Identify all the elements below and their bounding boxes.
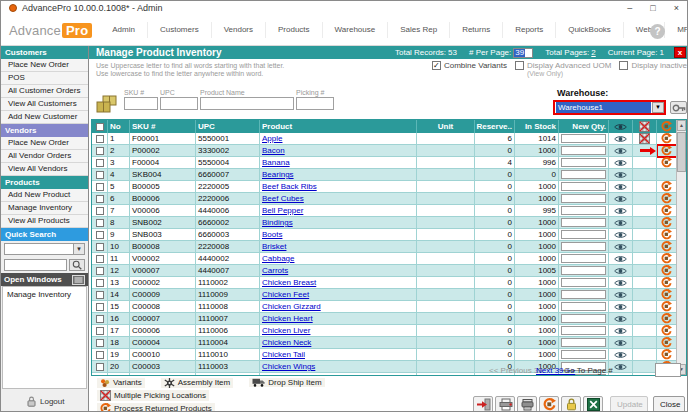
process-returns-icon[interactable] [661,157,672,168]
product-link[interactable]: Chicken Neck [262,338,311,347]
lock-button[interactable] [561,396,581,412]
cell-view[interactable] [609,325,633,337]
product-link[interactable]: Boots [262,230,282,239]
new-qty-input[interactable] [561,242,606,251]
row-checkbox[interactable] [92,229,108,241]
process-returns-icon[interactable] [661,241,672,252]
product-link[interactable]: Bacon [262,146,285,155]
cell-returns[interactable] [657,229,677,241]
minimize-button[interactable]: – [627,3,632,13]
process-returns-icon[interactable] [661,205,672,216]
quick-search-input[interactable] [4,259,67,271]
eye-icon[interactable] [614,255,627,263]
new-qty-input[interactable] [561,146,606,155]
product-link[interactable]: Bell Pepper [262,206,303,215]
row-checkbox[interactable] [92,253,108,265]
cell-view[interactable] [609,205,633,217]
chevron-down-icon[interactable]: ▼ [652,102,664,113]
eye-icon[interactable] [614,375,627,377]
cell-returns[interactable] [657,313,677,325]
cell-view[interactable] [609,349,633,361]
scroll-up-icon[interactable]: ▲ [677,120,686,131]
product-name-input[interactable] [200,97,294,110]
new-qty-input[interactable] [561,182,606,191]
sidebar-item-add-new-product[interactable]: Add New Product [1,189,88,202]
row-checkbox[interactable] [92,313,108,325]
sidebar-item-all-vendor-orders[interactable]: All Vendor Orders [1,150,88,163]
eye-icon[interactable] [614,303,627,311]
row-checkbox[interactable] [92,361,108,373]
cell-returns[interactable] [657,265,677,277]
menu-item-reports[interactable]: Reports [503,22,556,38]
menu-item-products[interactable]: Products [266,22,323,38]
process-returns-icon[interactable] [661,301,672,312]
new-qty-input[interactable] [561,134,606,143]
product-link[interactable]: Chicken Tail [262,350,305,359]
row-checkbox[interactable] [92,373,108,376]
new-qty-input[interactable] [561,230,606,239]
chevron-down-icon[interactable]: ▼ [73,244,84,254]
product-link[interactable]: Chicken Heart [262,314,313,323]
process-returns-icon[interactable] [661,181,672,192]
row-checkbox[interactable] [92,325,108,337]
list-icon[interactable] [72,275,85,285]
cell-view[interactable] [609,277,633,289]
eye-icon[interactable] [614,315,627,323]
row-checkbox[interactable] [92,205,108,217]
open-window-item-manage-inventory[interactable]: Manage Inventory [3,287,86,302]
row-checkbox[interactable] [92,301,108,313]
process-returns-icon[interactable] [661,253,672,264]
row-checkbox[interactable] [92,169,108,181]
per-page-input[interactable]: 39 [513,48,533,58]
cell-view[interactable] [609,181,633,193]
table-scrollbar[interactable]: ▲ ▼ [676,120,686,375]
process-returns-icon[interactable] [661,325,672,336]
product-link[interactable]: Banana [262,158,290,167]
cell-view[interactable] [609,193,633,205]
close-button[interactable]: Close [653,396,685,412]
cell-returns[interactable] [657,337,677,349]
row-checkbox[interactable] [92,349,108,361]
cell-returns[interactable] [657,133,677,145]
row-checkbox[interactable] [92,157,108,169]
eye-icon[interactable] [614,363,627,371]
product-link[interactable]: Apple [262,134,282,143]
product-link[interactable]: Chicken Gizzard [262,302,321,311]
cell-view[interactable] [609,313,633,325]
row-checkbox[interactable] [92,181,108,193]
product-link[interactable]: Cucumber [262,374,299,376]
new-qty-input[interactable] [561,218,606,227]
process-returns-icon[interactable] [661,349,672,360]
row-checkbox[interactable] [92,133,108,145]
product-link[interactable]: Bindings [262,218,293,227]
row-checkbox[interactable] [92,277,108,289]
eye-icon[interactable] [614,279,627,287]
cell-view[interactable] [609,169,633,181]
new-qty-input[interactable] [561,278,606,287]
process-returns-icon[interactable] [661,313,672,324]
cell-returns[interactable] [657,193,677,205]
eye-icon[interactable] [614,219,627,227]
new-qty-input[interactable] [561,326,606,335]
cell-view[interactable] [609,217,633,229]
eye-icon[interactable] [614,135,627,143]
cell-view[interactable] [609,145,633,157]
eye-icon[interactable] [614,183,627,191]
export-excel-button[interactable] [583,396,603,412]
cell-view[interactable] [609,301,633,313]
row-checkbox[interactable] [92,289,108,301]
sidebar-item-place-new-order[interactable]: Place New Order [1,59,88,72]
cell-returns[interactable] [657,181,677,193]
panel-close-button[interactable]: x [674,47,686,58]
print-button[interactable] [517,396,537,412]
previous-page-link[interactable]: << Previous 39 [489,364,543,377]
eye-icon[interactable] [614,231,627,239]
cell-returns[interactable] [657,289,677,301]
row-checkbox[interactable] [92,241,108,253]
eye-icon[interactable] [614,159,627,167]
new-qty-input[interactable] [561,302,606,311]
cell-view[interactable] [609,253,633,265]
product-link[interactable]: Beef Cubes [262,194,304,203]
window-close-button[interactable]: × [674,3,679,13]
product-link[interactable]: Bearings [262,170,294,179]
